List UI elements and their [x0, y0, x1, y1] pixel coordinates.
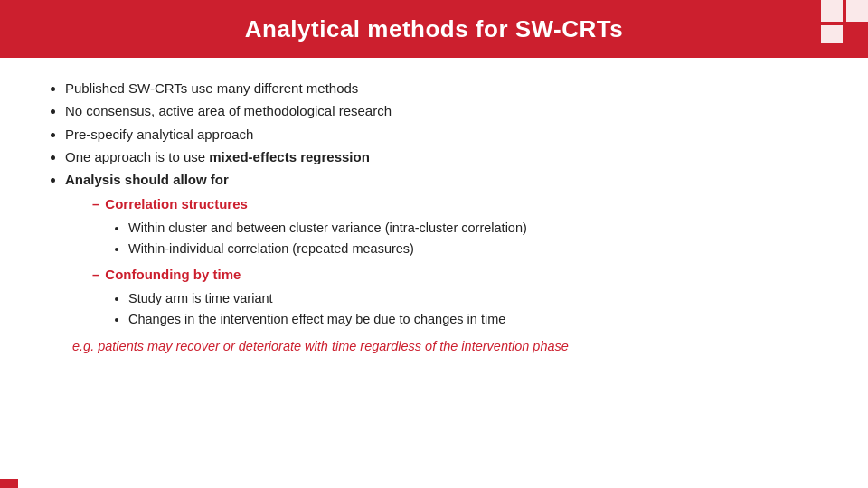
- sub-item-correlation: – Correlation structures Within cluster …: [92, 193, 823, 258]
- slide-title: Analytical methods for SW-CRTs: [245, 15, 623, 43]
- header-decoration: [769, 0, 868, 58]
- confounding-title: Confounding by time: [105, 264, 241, 285]
- conf-item-1: Study arm is time variant: [128, 288, 823, 308]
- corr-item-2: Within-individual correlation (repeated …: [128, 239, 823, 258]
- bullet-4: One approach is to use mixed-effects reg…: [65, 146, 823, 167]
- dash-symbol-1: –: [92, 193, 99, 214]
- example-text: e.g. patients may recover or deteriorate…: [45, 339, 823, 353]
- dash-symbol-2: –: [92, 264, 99, 285]
- correlation-sub-list: Within cluster and between cluster varia…: [92, 218, 823, 259]
- svg-rect-0: [821, 0, 843, 22]
- bullet-5: Analysis should allow for – Correlation …: [65, 169, 823, 330]
- bottom-decoration: [0, 479, 18, 488]
- sub-item-confounding: – Confounding by time Study arm is time …: [92, 264, 823, 329]
- content-area: Published SW-CRTs use many different met…: [0, 58, 868, 368]
- slide: Analytical methods for SW-CRTs Published…: [0, 0, 868, 488]
- correlation-title: Correlation structures: [105, 193, 248, 214]
- confounding-label: – Confounding by time: [92, 264, 823, 285]
- header: Analytical methods for SW-CRTs: [0, 0, 868, 58]
- sub-dash-list: – Correlation structures Within cluster …: [65, 193, 823, 329]
- bold-mixed-effects: mixed-effects regression: [209, 149, 370, 164]
- main-bullet-list: Published SW-CRTs use many different met…: [45, 78, 823, 330]
- conf-item-2: Changes in the intervention effect may b…: [128, 309, 823, 329]
- svg-rect-2: [821, 25, 843, 43]
- bullet-2: No consensus, active area of methodologi…: [65, 100, 823, 121]
- bullet-3: Pre-specify analytical approach: [65, 124, 823, 145]
- bullet-1: Published SW-CRTs use many different met…: [65, 78, 823, 99]
- corr-item-1: Within cluster and between cluster varia…: [128, 218, 823, 238]
- svg-rect-1: [846, 0, 868, 22]
- confounding-sub-list: Study arm is time variant Changes in the…: [92, 288, 823, 330]
- analysis-label: Analysis should allow for: [65, 172, 229, 187]
- correlation-label: – Correlation structures: [92, 193, 823, 214]
